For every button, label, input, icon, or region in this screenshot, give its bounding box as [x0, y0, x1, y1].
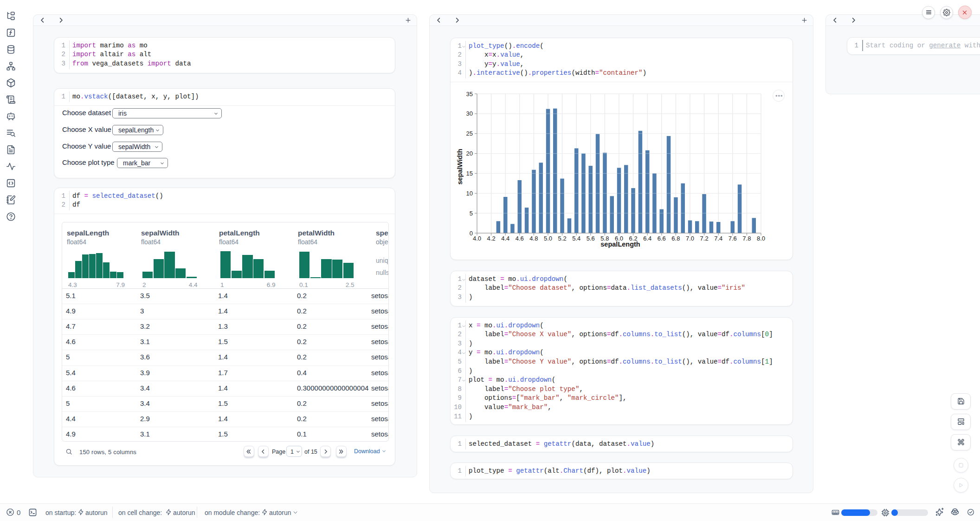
svg-text:5: 5: [470, 210, 473, 217]
svg-text:sepalLength: sepalLength: [600, 241, 640, 248]
svg-text:5.4: 5.4: [572, 235, 580, 242]
svg-text:15: 15: [466, 170, 473, 177]
svg-text:10: 10: [466, 190, 473, 197]
svg-text:4.0: 4.0: [473, 235, 481, 242]
svg-text:0: 0: [470, 230, 473, 237]
svg-text:4.4: 4.4: [501, 235, 509, 242]
svg-text:8.0: 8.0: [757, 235, 765, 242]
svg-text:6.6: 6.6: [658, 235, 666, 242]
svg-text:5.0: 5.0: [544, 235, 552, 242]
svg-text:7.6: 7.6: [729, 235, 737, 242]
svg-text:5.2: 5.2: [558, 235, 567, 242]
svg-text:4.2: 4.2: [487, 235, 496, 242]
svg-text:6.4: 6.4: [643, 235, 651, 242]
svg-text:30: 30: [466, 110, 473, 117]
svg-text:6.8: 6.8: [671, 235, 680, 242]
svg-text:7.4: 7.4: [714, 235, 722, 242]
svg-text:4.8: 4.8: [529, 235, 538, 242]
svg-text:7.0: 7.0: [686, 235, 694, 242]
svg-text:20: 20: [466, 150, 473, 157]
svg-text:5.6: 5.6: [587, 235, 595, 242]
svg-text:7.2: 7.2: [700, 235, 709, 242]
svg-text:35: 35: [466, 91, 473, 98]
svg-text:25: 25: [466, 130, 473, 137]
svg-text:4.6: 4.6: [516, 235, 524, 242]
svg-text:sepalWidth: sepalWidth: [456, 149, 464, 184]
svg-text:7.8: 7.8: [742, 235, 751, 242]
